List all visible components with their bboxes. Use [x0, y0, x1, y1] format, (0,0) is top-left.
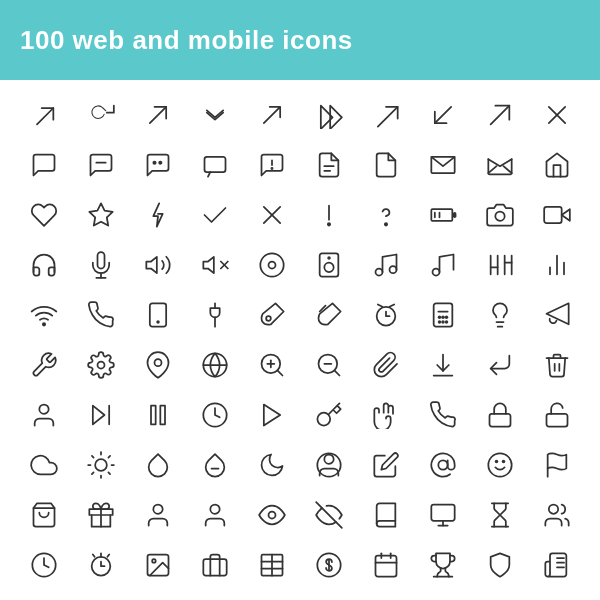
megaphone-icon [543, 301, 571, 329]
svg-line-64 [389, 305, 394, 307]
icon-cell-speaker [300, 240, 357, 290]
icon-cell-search-minus [300, 340, 357, 390]
icon-cell-chat-bubble [15, 140, 72, 190]
icon-cell-volume-mute [186, 240, 243, 290]
speaker-icon [315, 251, 343, 279]
dollar-circle-icon [315, 551, 343, 579]
trash-icon [543, 351, 571, 379]
guitar-2-icon [315, 301, 343, 329]
icon-cell-heart [15, 190, 72, 240]
icon-cell-camera [471, 190, 528, 240]
svg-point-11 [159, 162, 161, 164]
icon-cell-mobile [129, 290, 186, 340]
icon-cell-music-note [357, 240, 414, 290]
hourglass-icon [486, 501, 514, 529]
heart-icon [30, 201, 58, 229]
calendar-icon [372, 551, 400, 579]
svg-rect-89 [151, 406, 156, 425]
briefcase-icon [201, 551, 229, 579]
svg-point-41 [324, 263, 333, 272]
chat-alert-icon [258, 151, 286, 179]
refresh-icon [87, 101, 115, 129]
icon-cell-document-2 [357, 140, 414, 190]
icon-cell-trash [528, 340, 585, 390]
svg-point-95 [95, 459, 107, 471]
icon-cell-stopwatch [72, 540, 129, 590]
water-drop-2-icon [201, 451, 229, 479]
table-icon [258, 551, 286, 579]
icons-grid [0, 80, 600, 600]
icon-cell-sun [72, 440, 129, 490]
user-circle-icon [315, 451, 343, 479]
icon-cell-person [129, 490, 186, 540]
icon-cell-envelope-open [471, 140, 528, 190]
cd-icon [258, 251, 286, 279]
icon-cell-bar-chart [528, 240, 585, 290]
icon-cell-x-mark [243, 190, 300, 240]
person-2-icon [201, 501, 229, 529]
svg-point-107 [438, 460, 447, 469]
svg-point-115 [153, 505, 162, 514]
video-camera-icon [543, 201, 571, 229]
icon-cell-cloud [15, 440, 72, 490]
icon-cell-battery [414, 190, 471, 240]
icon-cell-volume-up [129, 240, 186, 290]
icon-cell-smiley [471, 440, 528, 490]
book-icon [372, 501, 400, 529]
icon-cell-video-camera [528, 190, 585, 240]
arrow-up-right-3-icon [258, 101, 286, 129]
icon-cell-wrench [15, 340, 72, 390]
icon-cell-location-pin [129, 340, 186, 390]
icon-cell-pencil [357, 440, 414, 490]
phone-2-icon [429, 401, 457, 429]
gear-icon [87, 351, 115, 379]
shield-icon [486, 551, 514, 579]
svg-line-4 [377, 107, 397, 127]
wrench-icon [30, 351, 58, 379]
cloud-icon [30, 451, 58, 479]
icon-cell-wifi [15, 290, 72, 340]
basket-icon [30, 501, 58, 529]
arrow-up-right-2-icon [144, 101, 172, 129]
fast-forward-2-icon [87, 401, 115, 429]
svg-line-5 [434, 107, 450, 123]
calculator-icon [429, 301, 457, 329]
sun-icon [87, 451, 115, 479]
icon-cell-arrow-up-right-4 [357, 90, 414, 140]
chat-bubble-icon [30, 151, 58, 179]
icon-cell-arrow-diagonal [528, 90, 585, 140]
icon-cell-guitar [243, 290, 300, 340]
key-icon [315, 401, 343, 429]
icon-cell-image [129, 540, 186, 590]
svg-rect-93 [489, 414, 510, 427]
svg-point-127 [152, 559, 156, 563]
svg-point-60 [266, 316, 271, 321]
svg-point-117 [268, 512, 275, 519]
icon-cell-monitor [414, 490, 471, 540]
icon-cell-user-circle [300, 440, 357, 490]
monitor-icon [429, 501, 457, 529]
lightning-icon [144, 201, 172, 229]
svg-point-116 [210, 505, 219, 514]
svg-rect-31 [544, 207, 562, 223]
chat-rectangle-icon [201, 151, 229, 179]
icon-cell-book [357, 490, 414, 540]
svg-line-0 [37, 108, 53, 124]
play-icon [258, 401, 286, 429]
icon-cell-lock-open [528, 390, 585, 440]
icon-cell-paperclip [357, 340, 414, 390]
battery-icon [429, 201, 457, 229]
svg-point-73 [97, 362, 104, 369]
newspaper-icon [543, 551, 571, 579]
icon-cell-arrow-up-left [414, 90, 471, 140]
envelope-open-icon [486, 151, 514, 179]
icon-cell-water-drop [129, 440, 186, 490]
chat-bubble-2-icon [87, 151, 115, 179]
plug-icon [201, 301, 229, 329]
icon-cell-calculator [414, 290, 471, 340]
icon-cell-table [243, 540, 300, 590]
arrow-up-right-5-icon [486, 101, 514, 129]
pause-icon [144, 401, 172, 429]
icon-cell-arrow-down-to-line [414, 340, 471, 390]
svg-point-55 [42, 323, 44, 325]
